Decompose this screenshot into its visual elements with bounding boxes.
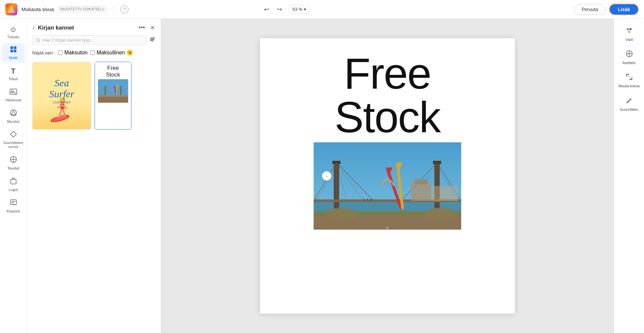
sidebar-label-kirjastot: Kirjastot [7, 209, 20, 213]
svg-line-30 [62, 108, 65, 115]
help-button[interactable]: ? [120, 5, 128, 13]
svg-rect-42 [98, 95, 128, 97]
right-sidebar: Värit Asettelu Muuta kokoa Suunnittelu [614, 19, 644, 333]
template-card-free-stock[interactable]: FreeStock [95, 62, 131, 130]
canvas-bridge-photo [314, 142, 461, 230]
svg-line-16 [39, 41, 40, 42]
header-right-controls: Peruuta Lisää [574, 4, 639, 15]
sidebar-item-kirjastot[interactable]: Kirjastot [2, 196, 25, 216]
sidebar-item-suunnitteluresurssit[interactable]: Suunnittelure surssit [2, 128, 25, 152]
svg-rect-3 [14, 46, 16, 49]
app-title: Mukauta sivua [21, 6, 54, 12]
free-stock-title: FreeStock [106, 65, 120, 78]
svg-point-79 [386, 227, 388, 229]
suunnitteluresurssit-icon [10, 131, 17, 140]
svg-point-15 [36, 38, 39, 41]
valokuvat-icon [10, 88, 17, 97]
panel-toggle-button[interactable]: › [322, 171, 331, 181]
search-icon [36, 38, 40, 43]
canvas-title: Free Stock [334, 52, 440, 139]
sidebar-label-muodot: Muodot [7, 120, 19, 124]
svg-rect-78 [371, 199, 372, 201]
sidebar-label-teksti: Teksti [8, 77, 18, 81]
search-box [32, 35, 147, 45]
svg-point-83 [627, 28, 629, 30]
muuta-kokoa-icon [626, 73, 633, 82]
svg-rect-77 [367, 198, 368, 200]
panel-close-button[interactable]: ✕ [150, 24, 155, 32]
filter-free-label: Maksuton [64, 50, 88, 56]
center-controls: ↩ ↪ 63 % ▾ [263, 4, 310, 14]
tutustu-icon: ⊙ [10, 26, 16, 34]
sidebar-item-taustat[interactable]: Taustat [2, 153, 25, 173]
svg-point-75 [424, 208, 458, 221]
canvas-area: Free Stock [161, 19, 614, 333]
kirjastot-icon [10, 199, 17, 208]
add-button[interactable]: Lisää [609, 4, 639, 15]
cancel-button[interactable]: Peruuta [574, 4, 606, 15]
sidebar-item-mallit[interactable]: Mallit [2, 43, 25, 63]
redo-button[interactable]: ↪ [276, 4, 283, 14]
search-input[interactable] [42, 38, 143, 43]
sidebar-item-muodot[interactable]: Muodot [2, 106, 25, 127]
mallit-icon [10, 46, 17, 54]
zoom-selector[interactable]: 63 % ▾ [289, 5, 310, 13]
right-item-asettelu[interactable]: Asettelu [616, 47, 642, 68]
sidebar-label-taustat: Taustat [7, 166, 19, 171]
right-item-muuta-kokoa[interactable]: Muuta kokoa [616, 70, 642, 91]
svg-rect-73 [431, 186, 458, 201]
svg-marker-9 [11, 110, 16, 115]
svg-point-20 [153, 37, 154, 39]
svg-rect-71 [411, 183, 431, 201]
right-label-suunnittelu: Suunnittelu [620, 107, 638, 112]
app-logo [5, 3, 17, 15]
asettelu-icon [626, 50, 633, 59]
panel-more-button[interactable]: ••• [137, 23, 147, 32]
panel-grid: SeaSurfer Livia Dillard [27, 59, 161, 333]
svg-point-74 [324, 208, 357, 221]
sidebar-item-tutustu[interactable]: ⊙ Tutustu [2, 23, 25, 42]
zoom-chevron-icon: ▾ [304, 7, 306, 12]
sidebar-label-mallit: Mallit [9, 56, 18, 60]
panel-back-button[interactable]: ‹ [32, 24, 35, 31]
svg-rect-4 [10, 50, 13, 52]
panel-filter: Näytä vain : Maksuton Maksullinen ★ [27, 48, 161, 59]
muodot-icon [10, 109, 17, 118]
free-stock-preview: FreeStock [95, 62, 131, 106]
filter-paid-checkbox[interactable] [90, 50, 95, 55]
filter-free-checkbox[interactable] [58, 50, 63, 55]
svg-rect-76 [364, 199, 365, 201]
filter-free-item[interactable]: Maksuton [58, 50, 88, 56]
filter-label: Näytä vain : [32, 50, 55, 55]
free-stock-thumbnail [98, 79, 128, 103]
svg-rect-43 [98, 97, 128, 103]
svg-point-82 [628, 31, 630, 33]
logot-icon [10, 177, 17, 186]
svg-point-87 [629, 53, 630, 54]
svg-line-46 [116, 85, 117, 94]
sidebar-item-logot[interactable]: Logot [2, 175, 25, 195]
panel-header: ‹ Kirjan kannet ••• ✕ [27, 19, 161, 35]
sidebar-label-valokuvat: Valokuvat [5, 98, 21, 102]
undo-button[interactable]: ↩ [263, 4, 270, 14]
sidebar-item-valokuvat[interactable]: Valokuvat [2, 86, 25, 105]
panel-search [27, 35, 161, 48]
premium-badge: ★ [127, 50, 133, 56]
sidebar-label-tutustu: Tutustu [7, 35, 19, 39]
filter-paid-item[interactable]: Maksullinen ★ [90, 50, 132, 56]
right-item-varit[interactable]: Värit [616, 24, 642, 45]
svg-point-21 [151, 39, 152, 40]
right-item-suunnittelu[interactable]: Suunnittelu [616, 94, 642, 114]
svg-rect-13 [11, 179, 16, 184]
template-card-sea-surfer[interactable]: SeaSurfer Livia Dillard [32, 62, 91, 130]
sidebar-item-teksti[interactable]: T Teksti [2, 64, 25, 84]
svg-rect-14 [10, 200, 16, 204]
suunnittelu-icon [626, 97, 633, 106]
preview-badge: RAJOITETTU ESIKATSELU [58, 6, 107, 12]
svg-rect-2 [10, 46, 13, 49]
canvas-photo [314, 142, 461, 230]
filter-options-button[interactable] [149, 36, 155, 44]
sea-surfer-author: Livia Dillard [53, 100, 70, 104]
svg-rect-72 [414, 179, 428, 184]
left-sidebar: ⊙ Tutustu Mallit T Teksti Valokuvat Muod… [0, 19, 27, 333]
